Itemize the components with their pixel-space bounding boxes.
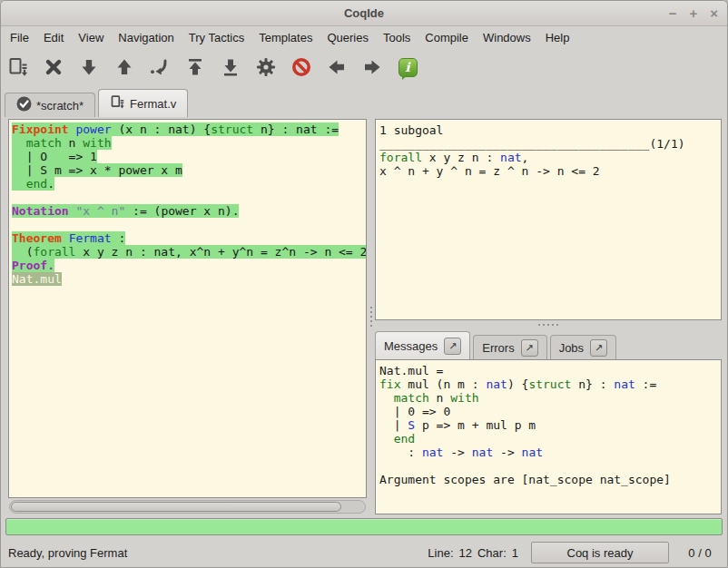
maximize-button[interactable]: + <box>689 5 697 22</box>
editor-horizontal-scrollbar[interactable] <box>9 500 366 514</box>
forward-one-command-button[interactable] <box>77 55 101 79</box>
minimize-button[interactable]: − <box>669 5 677 22</box>
menu-tools[interactable]: Tools <box>376 28 418 47</box>
line-label: Line: <box>428 546 453 560</box>
backward-one-command-button[interactable] <box>113 55 136 79</box>
progress-bar <box>5 518 723 535</box>
vertical-splitter[interactable] <box>367 119 375 514</box>
menu-queries[interactable]: Queries <box>320 28 376 47</box>
line-value: 12 <box>459 546 472 560</box>
go-to-end-button[interactable] <box>219 55 242 79</box>
previous-occurrence-button[interactable] <box>325 55 349 79</box>
close-button[interactable]: × <box>710 5 718 22</box>
tab-label: *scratch* <box>36 99 84 113</box>
menu-try-tactics[interactable]: Try Tactics <box>182 28 251 47</box>
tab-label: Fermat.v <box>130 97 176 111</box>
menu-compile[interactable]: Compile <box>418 28 476 47</box>
progress-area <box>1 516 727 538</box>
check-circle-icon <box>16 96 32 114</box>
detach-icon[interactable]: ↗ <box>590 339 607 357</box>
make-gear-button[interactable] <box>254 55 278 79</box>
detach-icon[interactable]: ↗ <box>444 338 461 355</box>
char-value: 1 <box>512 546 518 560</box>
tab-errors[interactable]: Errors ↗ <box>473 335 546 359</box>
save-button[interactable] <box>6 55 30 79</box>
coqide-window: CoqIde − + × File Edit View Navigation T… <box>0 0 728 568</box>
next-occurrence-button[interactable] <box>360 55 384 79</box>
menu-templates[interactable]: Templates <box>251 28 320 47</box>
goals-panel[interactable]: 1 subgoal_______________________________… <box>375 119 722 320</box>
restart-coq-button[interactable] <box>183 55 207 79</box>
tab-label: Messages <box>384 339 438 353</box>
document-save-icon <box>110 94 125 113</box>
menu-help[interactable]: Help <box>538 28 577 47</box>
tab-label: Errors <box>482 341 514 355</box>
go-to-cursor-button[interactable] <box>148 55 172 79</box>
toolbar: i <box>1 48 727 86</box>
window-title: CoqIde <box>1 6 727 20</box>
scrollbar-thumb[interactable] <box>11 502 341 512</box>
menu-view[interactable]: View <box>71 28 111 47</box>
workers-counter: 0 / 0 <box>682 546 718 560</box>
menu-windows[interactable]: Windows <box>476 28 538 47</box>
detach-icon[interactable]: ↗ <box>521 339 538 357</box>
menu-edit[interactable]: Edit <box>36 28 71 47</box>
document-tab-bar: *scratch* Fermat.v <box>1 86 727 117</box>
messages-panel[interactable]: Nat.mul =fix mul (n m : nat) {struct n} … <box>375 359 722 514</box>
info-icon: i <box>398 58 418 77</box>
menu-file[interactable]: File <box>3 28 36 47</box>
script-editor[interactable]: Fixpoint power (x n : nat) {struct n} : … <box>8 119 367 498</box>
message-tab-bar: Messages ↗ Errors ↗ Jobs ↗ <box>375 329 722 359</box>
title-bar[interactable]: CoqIde − + × <box>1 1 727 26</box>
interrupt-coq-button[interactable] <box>290 55 313 79</box>
menu-bar: File Edit View Navigation Try Tactics Te… <box>1 26 727 48</box>
status-bar: Ready, proving Fermat Line: 12 Char: 1 C… <box>1 538 727 567</box>
coq-status-indicator: Coq is ready <box>531 542 669 563</box>
tab-label: Jobs <box>559 341 584 355</box>
tab-fermat[interactable]: Fermat.v <box>98 89 188 117</box>
horizontal-splitter[interactable] <box>375 320 722 329</box>
char-label: Char: <box>477 546 507 560</box>
tab-jobs[interactable]: Jobs ↗ <box>550 335 616 359</box>
tab-messages[interactable]: Messages ↗ <box>375 331 470 359</box>
about-button[interactable]: i <box>396 55 419 79</box>
tab-scratch[interactable]: *scratch* <box>5 93 95 117</box>
main-area: Fixpoint power (x n : nat) {struct n} : … <box>1 117 727 516</box>
menu-navigation[interactable]: Navigation <box>111 28 181 47</box>
status-message: Ready, proving Fermat <box>8 546 428 560</box>
close-buffer-button[interactable] <box>42 55 65 79</box>
